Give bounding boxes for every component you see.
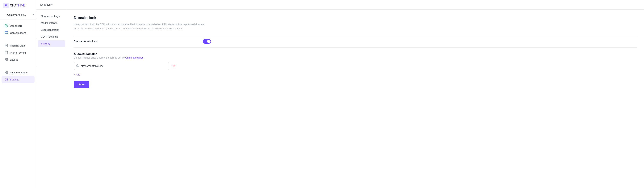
allowed-domains-title: Allowed domains xyxy=(74,52,637,55)
svg-rect-17 xyxy=(5,71,6,72)
nav-section-bottom: Implementation Settings xyxy=(0,67,36,85)
conversations-icon xyxy=(4,31,8,34)
sidebar-item-training-data[interactable]: Training data xyxy=(2,42,34,49)
mid-nav-gdpr-settings[interactable]: GDPR settings xyxy=(38,33,65,40)
workspace-selector[interactable]: ← Chathive helpc... ▾ xyxy=(0,11,36,18)
svg-rect-15 xyxy=(5,60,6,61)
prompt-icon xyxy=(4,51,8,54)
conversations-label: Conversations xyxy=(10,31,26,34)
svg-rect-14 xyxy=(6,58,8,59)
enable-domain-lock-toggle[interactable] xyxy=(203,39,211,44)
sidebar-item-settings[interactable]: Settings xyxy=(2,76,34,83)
page-description: Using domain lock the SDK will only load… xyxy=(74,22,207,30)
mid-nav-model-settings[interactable]: Model settings xyxy=(38,20,65,26)
nav-divider xyxy=(0,19,36,19)
svg-rect-13 xyxy=(5,58,6,59)
allowed-domains-description: Domain names should follow the format se… xyxy=(74,56,637,59)
dashboard-icon xyxy=(4,24,8,27)
svg-point-2 xyxy=(5,4,7,6)
content-wrapper: General settings Model settings Lead gen… xyxy=(36,0,644,188)
domain-input-wrapper xyxy=(74,62,169,70)
topbar-chevron-icon: ▾ xyxy=(51,3,52,6)
sidebar-item-implementation[interactable]: Implementation xyxy=(2,69,34,76)
logo-icon xyxy=(3,3,9,8)
back-arrow-icon[interactable]: ← xyxy=(2,13,6,16)
svg-rect-16 xyxy=(6,60,8,61)
training-label: Training data xyxy=(10,44,25,47)
topbar-title: Chathive xyxy=(40,3,50,6)
mid-nav-security[interactable]: Security xyxy=(38,40,65,47)
domain-input-row-0 xyxy=(74,62,637,70)
training-icon xyxy=(4,44,8,47)
sidebar: CHATHIVE ← Chathive helpc... ▾ Dashboard xyxy=(0,0,36,188)
nav-section-main: Dashboard Conversations xyxy=(0,20,36,38)
workspace-chevron-icon: ▾ xyxy=(33,13,34,16)
logo-text: CHATHIVE xyxy=(10,4,25,7)
sidebar-item-prompt-config[interactable]: Prompt config xyxy=(2,49,34,56)
sidebar-item-layout[interactable]: Layout xyxy=(2,56,34,63)
svg-rect-11 xyxy=(5,51,8,54)
main-content: Domain lock Using domain lock the SDK wi… xyxy=(67,9,644,188)
mid-nav: General settings Model settings Lead gen… xyxy=(36,9,67,188)
svg-point-20 xyxy=(6,79,7,80)
mid-nav-general-settings[interactable]: General settings xyxy=(38,13,65,19)
implementation-label: Implementation xyxy=(10,71,28,74)
sidebar-item-conversations[interactable]: Conversations xyxy=(2,29,34,36)
domain-input-field[interactable] xyxy=(81,64,167,67)
mid-nav-lead-generation[interactable]: Lead generation xyxy=(38,26,65,33)
layout-label: Layout xyxy=(10,58,18,61)
enable-domain-lock-row: Enable domain lock xyxy=(74,39,211,44)
logo-area: CHATHIVE xyxy=(0,0,36,11)
implementation-icon xyxy=(4,71,8,74)
dashboard-label: Dashboard xyxy=(10,24,22,27)
prompt-label: Prompt config xyxy=(10,51,26,54)
origin-standards-link[interactable]: Origin standards xyxy=(125,56,143,59)
sidebar-item-dashboard[interactable]: Dashboard xyxy=(2,22,34,29)
svg-point-5 xyxy=(6,25,7,26)
save-button[interactable]: Save xyxy=(74,81,89,88)
workspace-name: Chathive helpc... xyxy=(7,13,32,16)
settings-label: Settings xyxy=(10,78,19,81)
layout-icon xyxy=(4,58,8,61)
settings-icon xyxy=(4,78,8,81)
globe-icon xyxy=(76,64,79,68)
allowed-domains-section: Allowed domains Domain names should foll… xyxy=(74,52,637,77)
add-domain-button[interactable]: + Add xyxy=(74,72,80,77)
svg-rect-19 xyxy=(7,71,8,74)
svg-rect-6 xyxy=(5,31,8,33)
nav-section-tools: Training data Prompt config xyxy=(0,40,36,65)
page-title: Domain lock xyxy=(74,16,637,20)
delete-domain-button[interactable] xyxy=(171,63,176,69)
enable-domain-lock-label: Enable domain lock xyxy=(74,40,97,43)
section-divider-2 xyxy=(74,47,637,48)
nav-divider-3 xyxy=(0,66,36,66)
svg-rect-18 xyxy=(5,73,6,74)
